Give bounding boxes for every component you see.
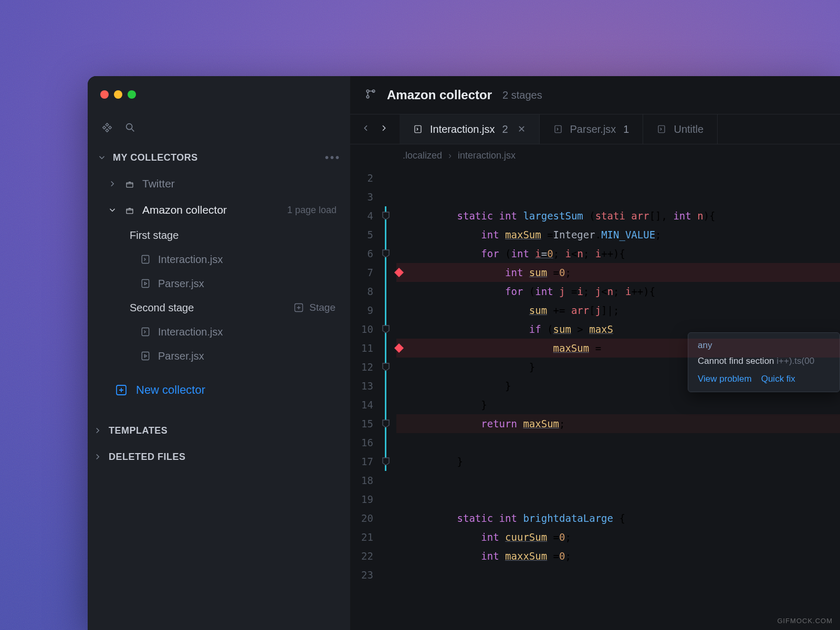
- sidebar-item-twitter[interactable]: Twitter: [97, 171, 341, 197]
- app-logo-icon[interactable]: [101, 122, 113, 135]
- code-line[interactable]: sum += arr[j]|;: [396, 301, 840, 320]
- code-line[interactable]: }: [396, 395, 840, 414]
- chevron-right-icon: ›: [448, 150, 452, 161]
- fold-marker-icon[interactable]: [382, 362, 390, 372]
- stage-label-first: First stage: [130, 223, 341, 247]
- header-title: Amazon collector: [387, 88, 492, 102]
- code-line[interactable]: [396, 169, 840, 187]
- sidebar: MY COLLECTORS ••• Twitter Amazon collect…: [88, 76, 350, 630]
- svg-rect-7: [142, 352, 149, 360]
- nav-back-button[interactable]: [362, 124, 370, 134]
- sidebar-item-label: Amazon collector: [142, 204, 227, 216]
- svg-point-0: [127, 124, 132, 130]
- code-line[interactable]: [396, 490, 840, 509]
- window-zoom-button[interactable]: [128, 90, 136, 99]
- search-icon[interactable]: [124, 122, 136, 135]
- code-line[interactable]: }: [396, 376, 840, 395]
- code-line[interactable]: int maxxSum =0;: [396, 547, 840, 565]
- fold-marker-icon[interactable]: [382, 249, 390, 258]
- window-minimize-button[interactable]: [114, 90, 122, 99]
- tab-interaction-jsx[interactable]: Interaction.jsx2✕: [400, 114, 540, 144]
- svg-point-10: [366, 96, 369, 98]
- code-line[interactable]: [396, 565, 840, 584]
- fold-column: [381, 166, 396, 630]
- new-collector-button[interactable]: New collector: [97, 374, 341, 406]
- code-line[interactable]: int cuurSum =0;: [396, 528, 840, 547]
- code-line[interactable]: return maxSum;: [396, 414, 840, 433]
- tab-bar: Interaction.jsx2✕Parser.jsx1Untitle: [350, 114, 840, 144]
- sidebar-file-interaction[interactable]: Interaction.jsx: [130, 247, 341, 271]
- branch-icon: [365, 88, 376, 102]
- sidebar-section-my-collectors[interactable]: MY COLLECTORS •••: [97, 144, 341, 171]
- code-line[interactable]: if (sum > maxS: [396, 320, 840, 339]
- code-editor[interactable]: 234567891011121314151617181920212223 any…: [350, 166, 840, 630]
- tab-parser-jsx[interactable]: Parser.jsx1: [540, 114, 644, 144]
- sidebar-section-deleted-files[interactable]: DELETED FILES: [88, 444, 350, 470]
- svg-point-9: [366, 90, 369, 92]
- add-stage-button[interactable]: Stage: [293, 302, 341, 313]
- code-line[interactable]: int sum =0;: [396, 263, 840, 282]
- code-line[interactable]: for (int j =i; j<n; i++){: [396, 282, 840, 301]
- watermark: GIFMOCK.COM: [777, 617, 833, 625]
- sidebar-section-label: MY COLLECTORS: [113, 152, 198, 163]
- fold-marker-icon[interactable]: [382, 419, 390, 428]
- code-line[interactable]: }: [396, 452, 840, 471]
- window-titlebar: [88, 76, 350, 113]
- sidebar-item-label: Twitter: [142, 177, 175, 190]
- app-window: MY COLLECTORS ••• Twitter Amazon collect…: [88, 76, 840, 630]
- sidebar-file-interaction-2[interactable]: Interaction.jsx: [130, 320, 341, 344]
- svg-rect-2: [127, 209, 133, 214]
- tab-untitle[interactable]: Untitle: [643, 114, 718, 144]
- sidebar-item-amazon-collector[interactable]: Amazon collector 1 page load: [97, 197, 341, 223]
- code-line[interactable]: maxSum =: [396, 339, 840, 358]
- code-line[interactable]: [396, 433, 840, 452]
- sidebar-file-parser-2[interactable]: Parser.jsx: [130, 344, 341, 368]
- sidebar-item-meta: 1 page load: [287, 205, 341, 216]
- fold-marker-icon[interactable]: [382, 211, 390, 220]
- sidebar-file-parser[interactable]: Parser.jsx: [130, 271, 341, 296]
- code-line[interactable]: static int brightdataLarge {: [396, 509, 840, 528]
- code-line[interactable]: [396, 187, 840, 206]
- nav-forward-button[interactable]: [380, 124, 388, 134]
- svg-rect-1: [127, 183, 133, 187]
- code-line[interactable]: [396, 471, 840, 490]
- more-icon[interactable]: •••: [325, 152, 341, 164]
- code-line[interactable]: int maxSum =Integer.MIN_VALUE;: [396, 225, 840, 244]
- line-gutter: 234567891011121314151617181920212223: [350, 166, 381, 630]
- breadcrumb[interactable]: .localized › interaction.jsx: [350, 144, 840, 166]
- editor-header: Amazon collector 2 stages: [350, 76, 840, 114]
- sidebar-section-templates[interactable]: TEMPLATES: [88, 417, 350, 444]
- svg-rect-4: [142, 280, 149, 288]
- code-line[interactable]: }: [396, 358, 840, 376]
- main-panel: Amazon collector 2 stages Interaction.js…: [350, 76, 840, 630]
- code-line[interactable]: for (int i=0; i<n; i++){: [396, 244, 840, 263]
- fold-marker-icon[interactable]: [382, 324, 390, 334]
- code-area[interactable]: any Cannot find section i++).ts(00 View …: [396, 166, 840, 630]
- fold-marker-icon[interactable]: [382, 457, 390, 466]
- header-subtitle: 2 stages: [502, 89, 542, 101]
- tab-close-icon[interactable]: ✕: [518, 123, 526, 135]
- window-close-button[interactable]: [100, 90, 109, 99]
- code-line[interactable]: static int largestSum (stati arr[], int …: [396, 206, 840, 225]
- stage-label-second: Second stage Stage: [130, 296, 341, 320]
